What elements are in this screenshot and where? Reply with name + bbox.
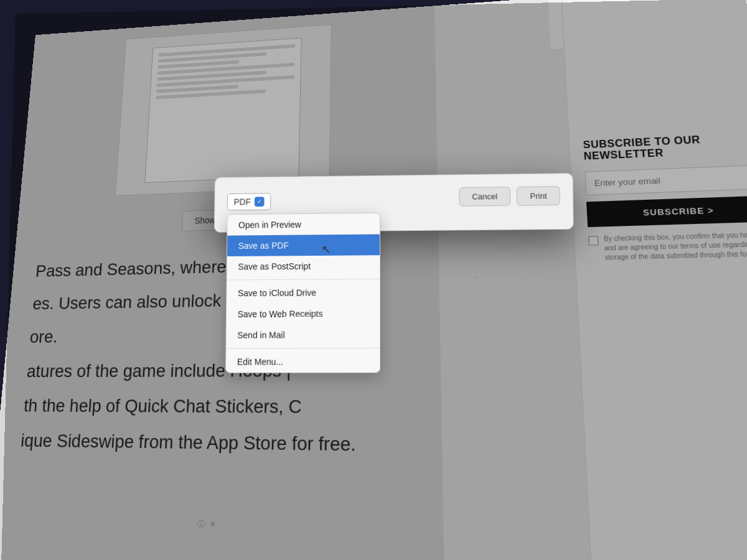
cancel-button[interactable]: Cancel: [459, 187, 510, 207]
pdf-dropdown[interactable]: PDF ✓: [227, 193, 271, 210]
pdf-label: PDF: [234, 197, 251, 207]
pdf-menu-divider-1: [227, 279, 380, 281]
print-button[interactable]: Print: [517, 186, 560, 206]
pdf-menu: Open in Preview Save as PDF Save as Post…: [225, 213, 380, 373]
pdf-menu-save-icloud[interactable]: Save to iCloud Drive: [227, 282, 380, 304]
pdf-menu-open-preview[interactable]: Open in Preview: [227, 213, 380, 236]
print-dialog-buttons: Cancel Print: [459, 186, 560, 206]
pdf-menu-save-pdf[interactable]: Save as PDF: [227, 234, 380, 256]
print-dialog: PDF ✓ Cancel Print Open in Preview Save …: [214, 173, 574, 233]
pdf-menu-send-mail[interactable]: Send in Mail: [226, 324, 380, 346]
chevron-down-icon: ✓: [255, 197, 265, 207]
pdf-menu-divider-2: [226, 348, 380, 349]
print-dialog-header: PDF ✓ Cancel Print: [227, 186, 560, 213]
pdf-menu-edit[interactable]: Edit Menu...: [226, 351, 380, 373]
pdf-menu-save-postscript[interactable]: Save as PostScript: [227, 255, 380, 277]
pdf-menu-save-web-receipts[interactable]: Save to Web Receipts: [227, 303, 380, 325]
